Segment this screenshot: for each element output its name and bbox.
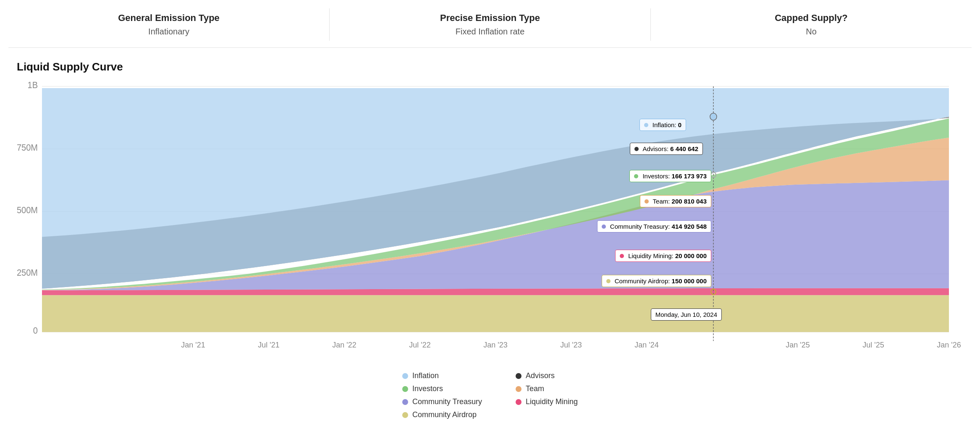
legend-label-community-airdrop: Community Airdrop: [412, 410, 477, 419]
svg-text:Jul '21: Jul '21: [258, 340, 279, 350]
legend-dot-community-treasury: [402, 399, 408, 405]
legend-label-advisors: Advisors: [526, 371, 555, 380]
header-col-general: General Emission Type Inflationary: [8, 8, 330, 41]
svg-text:250M: 250M: [17, 267, 38, 277]
svg-text:Jul '23: Jul '23: [560, 340, 582, 350]
svg-text:500M: 500M: [17, 205, 38, 215]
svg-text:750M: 750M: [17, 142, 38, 152]
legend-item-inflation: Inflation: [402, 371, 482, 380]
legend-item-advisors: Advisors: [516, 371, 578, 380]
capped-supply-label: Capped Supply?: [659, 13, 963, 24]
header-col-precise: Precise Emission Type Fixed Inflation ra…: [330, 8, 651, 41]
legend-dot-inflation: [402, 373, 408, 379]
legend-dot-advisors: [516, 373, 521, 379]
svg-text:Jan '23: Jan '23: [483, 340, 507, 350]
general-emission-label: General Emission Type: [17, 13, 321, 24]
legend-col-1: Inflation Investors Community Treasury C…: [402, 371, 482, 419]
legend-dot-team: [516, 386, 521, 392]
svg-text:Jan '25: Jan '25: [786, 340, 810, 350]
chart-svg: 1B 750M 500M 250M 0: [17, 82, 963, 359]
legend-item-investors: Investors: [402, 384, 482, 393]
legend-dot-liquidity-mining: [516, 399, 521, 405]
precise-emission-label: Precise Emission Type: [338, 13, 642, 24]
legend-dot-community-airdrop: [402, 412, 408, 418]
svg-text:Jul '25: Jul '25: [862, 340, 884, 350]
legend-section: Inflation Investors Community Treasury C…: [0, 371, 980, 419]
legend-label-liquidity-mining: Liquidity Mining: [526, 397, 578, 406]
legend-item-community-airdrop: Community Airdrop: [402, 410, 482, 419]
legend-item-team: Team: [516, 384, 578, 393]
legend-item-community-treasury: Community Treasury: [402, 397, 482, 406]
svg-point-21: [710, 113, 717, 120]
precise-emission-value: Fixed Inflation rate: [338, 27, 642, 37]
header-col-capped: Capped Supply? No: [651, 8, 972, 41]
legend-item-liquidity-mining: Liquidity Mining: [516, 397, 578, 406]
legend-label-investors: Investors: [412, 384, 443, 393]
svg-text:Jan '24: Jan '24: [634, 340, 658, 350]
legend-label-inflation: Inflation: [412, 371, 439, 380]
chart-section: Liquid Supply Curve 1B 750M 500M 250M 0: [0, 48, 980, 367]
legend-col-2: Advisors Team Liquidity Mining: [516, 371, 578, 419]
svg-text:Jan '26: Jan '26: [937, 340, 961, 350]
svg-text:1B: 1B: [28, 82, 38, 90]
legend-dot-investors: [402, 386, 408, 392]
svg-text:Jul '22: Jul '22: [409, 340, 430, 350]
svg-text:0: 0: [33, 326, 38, 336]
general-emission-value: Inflationary: [17, 27, 321, 37]
chart-container[interactable]: 1B 750M 500M 250M 0: [17, 82, 963, 359]
svg-text:Jan '21: Jan '21: [181, 340, 205, 350]
header-section: General Emission Type Inflationary Preci…: [8, 0, 972, 48]
svg-text:Jan '22: Jan '22: [332, 340, 356, 350]
legend-label-community-treasury: Community Treasury: [412, 397, 482, 406]
capped-supply-value: No: [659, 27, 963, 37]
chart-title: Liquid Supply Curve: [17, 60, 963, 73]
legend-label-team: Team: [526, 384, 544, 393]
